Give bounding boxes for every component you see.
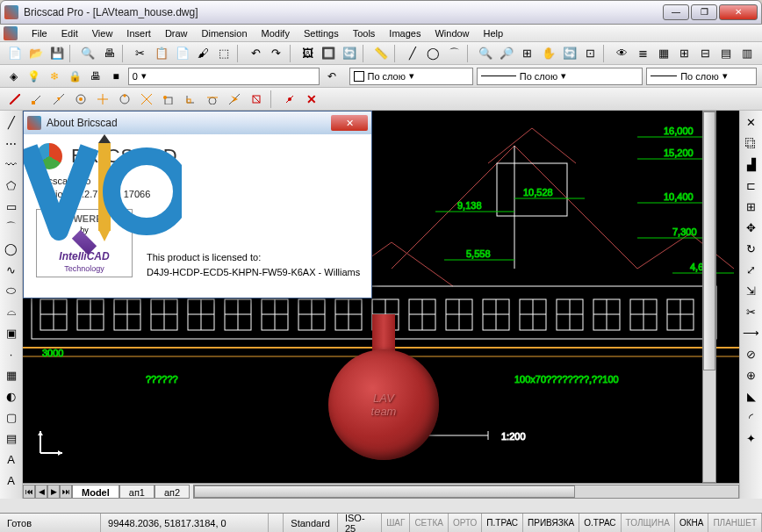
ellipse-icon[interactable]: ⬭	[2, 281, 21, 300]
arc-icon[interactable]: ⌒	[2, 218, 21, 237]
maximize-button[interactable]: ❐	[691, 4, 717, 20]
osnap-midpoint-icon[interactable]	[49, 90, 68, 109]
construction-line-icon[interactable]: ⋯	[2, 133, 21, 153]
rotate-icon[interactable]: ↻	[742, 239, 761, 258]
paste-icon[interactable]: 📄	[173, 44, 192, 63]
zoom-window-icon[interactable]: ✋	[539, 44, 558, 63]
select-icon[interactable]: ⬚	[214, 44, 234, 63]
status-toggle-п.трас[interactable]: П.ТРАС	[482, 514, 523, 532]
osnap-insert-icon[interactable]	[159, 90, 178, 109]
zoom-out-icon[interactable]: ⊞	[518, 44, 537, 63]
layer-prev-icon[interactable]: ↶	[323, 68, 340, 85]
gradient-icon[interactable]: ◐	[2, 386, 21, 406]
menu-insert[interactable]: Insert	[119, 26, 158, 40]
point-icon[interactable]: ·	[2, 344, 21, 363]
pan-realtime-icon[interactable]: 🔄	[560, 44, 579, 63]
menu-dimension[interactable]: Dimension	[195, 26, 255, 40]
mirror-icon[interactable]: ▟	[742, 155, 761, 174]
text-icon[interactable]: A	[2, 449, 21, 469]
osnap-tangent-icon[interactable]	[203, 90, 222, 109]
menu-modify[interactable]: Modify	[255, 26, 297, 40]
arc-icon[interactable]: 🔍	[476, 44, 495, 63]
menu-window[interactable]: Window	[428, 26, 476, 40]
osnap-perpendicular-icon[interactable]	[181, 90, 200, 109]
osnap-settings-icon[interactable]	[280, 90, 299, 109]
menu-images[interactable]: Images	[382, 26, 428, 40]
menu-edit[interactable]: Edit	[54, 26, 85, 40]
status-toggle-окна[interactable]: ОКНА	[675, 514, 709, 532]
menu-draw[interactable]: Draw	[158, 26, 195, 40]
polygon-icon[interactable]: ⬠	[2, 176, 21, 195]
tab-ап1[interactable]: ап1	[119, 485, 155, 499]
tab-model[interactable]: Model	[72, 485, 119, 499]
status-toggle-планшет[interactable]: ПЛАНШЕТ	[708, 514, 762, 532]
status-toggle-привязка[interactable]: ПРИВЯЗКА	[523, 514, 579, 532]
fillet-icon[interactable]: ◜	[742, 407, 761, 427]
status-text-style[interactable]: Standard	[284, 514, 338, 532]
osnap-quadrant-icon[interactable]	[115, 90, 134, 109]
view-icon[interactable]: ≣	[633, 44, 652, 63]
hatch-icon[interactable]: ▦	[2, 365, 21, 385]
cut-icon[interactable]: ✂	[131, 44, 150, 63]
freeze-icon[interactable]: ❄	[47, 68, 63, 85]
print-icon[interactable]: 🔍	[78, 44, 97, 63]
zoom-extents-icon[interactable]: 👁	[612, 44, 631, 63]
linetype-combo[interactable]: По слою ▾	[477, 68, 643, 85]
minimize-button[interactable]: —	[663, 4, 689, 20]
undo-icon[interactable]: ↶	[246, 44, 265, 63]
chamfer-icon[interactable]: ◣	[742, 386, 761, 406]
menu-help[interactable]: Help	[477, 26, 511, 40]
osnap-endpoint-icon[interactable]	[27, 90, 47, 109]
layer-manager-icon[interactable]: ◈	[5, 68, 22, 85]
file-new-icon[interactable]: 📄	[5, 44, 25, 63]
lock-icon[interactable]: 🔒	[67, 68, 83, 85]
status-toggle-сетка[interactable]: СЕТКА	[410, 514, 449, 532]
region-icon[interactable]: ▢	[2, 407, 21, 427]
dialog-titlebar[interactable]: About Bricscad ✕	[24, 111, 371, 134]
osnap-center-icon[interactable]	[71, 90, 90, 109]
osnap-intersection-icon[interactable]	[137, 90, 156, 109]
color-combo[interactable]: По слою ▾	[349, 68, 473, 85]
status-toggle-орто[interactable]: ОРТО	[449, 514, 482, 532]
stretch-icon[interactable]: ⇲	[742, 281, 761, 300]
array-icon[interactable]: ⊞	[742, 197, 761, 216]
rotate-view-icon[interactable]: 🔄	[340, 44, 359, 63]
horizontal-scrollbar[interactable]	[193, 485, 739, 499]
status-toggle-о.трас[interactable]: О.ТРАС	[579, 514, 621, 532]
lineweight-combo[interactable]: По слою ▾	[646, 68, 757, 85]
osnap-nearest-icon[interactable]	[225, 90, 244, 109]
circle-icon[interactable]: ◯	[2, 239, 21, 258]
menu-file[interactable]: File	[25, 26, 54, 40]
bulb-icon[interactable]: 💡	[25, 68, 42, 85]
layers-icon[interactable]: ▦	[654, 44, 673, 63]
copy-icon[interactable]: 📋	[152, 44, 171, 63]
redo-icon[interactable]: ↷	[267, 44, 286, 63]
orbit-icon[interactable]: ⊡	[581, 44, 600, 63]
xref-icon[interactable]: ⊟	[696, 44, 715, 63]
close-button[interactable]: ✕	[719, 4, 758, 20]
line-icon[interactable]: ╱	[2, 112, 21, 132]
properties-icon[interactable]: ⊞	[675, 44, 694, 63]
pan-icon[interactable]: 🔲	[320, 44, 339, 63]
move-icon[interactable]: ✥	[742, 218, 761, 237]
file-open-icon[interactable]: 📂	[26, 44, 46, 63]
status-dim-style[interactable]: ISO-25	[338, 514, 382, 532]
osnap-clear-icon[interactable]: ✕	[302, 90, 321, 109]
spline-icon[interactable]: ∿	[2, 260, 21, 279]
osnap-node-icon[interactable]	[93, 90, 112, 109]
image-icon[interactable]: 🖼	[298, 44, 318, 63]
extend-icon[interactable]: ⟶	[742, 323, 761, 342]
file-save-icon[interactable]: 💾	[47, 44, 67, 63]
status-toggle-толщина[interactable]: ТОЛЩИНА	[622, 514, 675, 532]
rectangle-icon[interactable]: ▭	[2, 197, 21, 216]
layer-combo[interactable]: 0 ▾	[128, 68, 320, 85]
table-icon[interactable]: ▥	[737, 44, 757, 63]
status-toggle-шаг[interactable]: ШАГ	[382, 514, 410, 532]
tab-nav-3[interactable]: ⏭	[60, 485, 72, 499]
tab-nav-0[interactable]: ⏮	[23, 485, 35, 499]
measure-icon[interactable]: 📏	[371, 44, 391, 63]
menu-view[interactable]: View	[85, 26, 120, 40]
osnap-none-icon[interactable]	[247, 90, 266, 109]
color-swatch-icon[interactable]: ■	[107, 68, 124, 85]
zoom-in-icon[interactable]: 🔎	[497, 44, 516, 63]
